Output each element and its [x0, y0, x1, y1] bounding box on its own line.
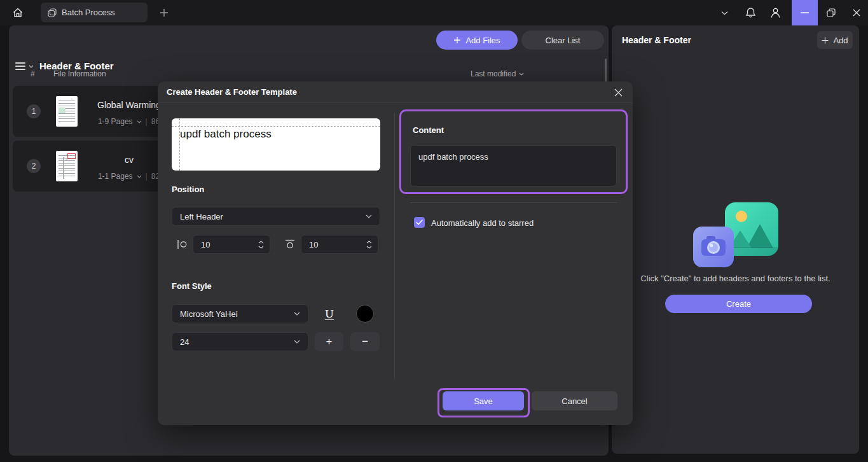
dialog-titlebar: Create Header & Footer Template: [158, 81, 633, 103]
sort-dropdown[interactable]: Last modified: [471, 69, 524, 78]
top-margin-stepper[interactable]: [301, 235, 378, 254]
chevron-down-icon: [519, 73, 524, 76]
minimize-icon: [801, 12, 809, 13]
add-template-button[interactable]: Add: [817, 31, 853, 49]
column-divider: [394, 113, 395, 379]
check-icon: [416, 220, 423, 225]
plus-glyph: +: [326, 335, 333, 348]
sort-label: Last modified: [471, 69, 516, 78]
user-icon: [770, 7, 781, 18]
save-label: Save: [474, 396, 493, 406]
template-preview: updf batch process: [172, 118, 380, 171]
titlebar-dropdown-button[interactable]: [712, 0, 738, 25]
column-header-file-info: File Information: [53, 69, 106, 78]
save-button[interactable]: Save: [443, 391, 524, 410]
close-window-button[interactable]: [843, 0, 868, 25]
font-style-label: Font Style: [172, 281, 212, 291]
font-size-select[interactable]: 24: [172, 332, 308, 351]
file-thumbnail: [56, 96, 78, 127]
notifications-button[interactable]: [738, 0, 764, 25]
chevron-down-icon: [721, 11, 728, 15]
font-size-value: 24: [180, 337, 189, 347]
panel-title: Header & Footer: [622, 35, 691, 45]
content-label: Content: [413, 125, 444, 135]
underline-button[interactable]: U: [318, 304, 341, 323]
position-select[interactable]: Left Header: [172, 207, 380, 226]
cancel-button[interactable]: Cancel: [532, 391, 617, 410]
top-margin-icon: [284, 239, 296, 250]
section-divider: [410, 202, 617, 203]
auto-add-starred-checkbox[interactable]: [414, 217, 425, 228]
preview-text: updf batch process: [180, 128, 272, 141]
position-value: Left Header: [180, 212, 223, 221]
new-tab-button[interactable]: [153, 0, 176, 25]
minimize-button[interactable]: [792, 0, 818, 25]
restore-icon: [827, 8, 836, 17]
plus-icon: [822, 37, 829, 44]
restore-button[interactable]: [818, 0, 844, 25]
column-header-index: #: [31, 69, 35, 78]
minus-glyph: −: [362, 335, 368, 348]
home-button[interactable]: [5, 0, 31, 25]
left-margin-icon: [177, 239, 188, 250]
font-color-swatch[interactable]: [356, 305, 374, 323]
titlebar: Batch Process: [0, 0, 868, 25]
chevron-down-icon: [137, 175, 142, 178]
add-files-label: Add Files: [465, 36, 500, 45]
chevron-down-icon: [366, 214, 372, 218]
decrease-size-button[interactable]: −: [350, 332, 380, 351]
clear-list-button[interactable]: Clear List: [521, 31, 604, 50]
row-index-badge: 2: [27, 159, 41, 173]
create-hint-text: Click "Create" to add headers and footer…: [612, 274, 859, 283]
left-margin-input[interactable]: [193, 240, 252, 249]
plus-icon: [160, 8, 169, 17]
create-button[interactable]: Create: [665, 295, 812, 313]
auto-add-starred-label: Automatically add to starred: [431, 218, 534, 228]
underline-glyph: U: [325, 307, 334, 320]
create-label: Create: [726, 299, 751, 309]
create-header-footer-dialog: Create Header & Footer Template updf bat…: [158, 81, 633, 425]
font-family-value: Microsoft YaHei: [180, 309, 238, 319]
add-template-label: Add: [833, 36, 848, 45]
chevron-down-icon: [137, 120, 142, 123]
meta-separator: |: [146, 172, 148, 181]
image-placeholder-icon: [691, 202, 781, 270]
hamburger-icon: [15, 62, 25, 70]
top-margin-guide: [172, 126, 380, 127]
page-range-dropdown[interactable]: 1-1 Pages: [98, 172, 133, 181]
chevron-down-icon: [294, 312, 300, 316]
stepper-arrows-icon[interactable]: [366, 241, 372, 249]
chevron-down-icon: [294, 340, 300, 344]
increase-size-button[interactable]: +: [315, 332, 343, 351]
dialog-title: Create Header & Footer Template: [167, 87, 297, 97]
bell-icon: [745, 7, 756, 18]
font-family-select[interactable]: Microsoft YaHei: [172, 304, 308, 323]
batch-process-icon: [48, 8, 57, 17]
clear-list-label: Clear List: [546, 36, 581, 45]
dialog-close-button[interactable]: [609, 83, 628, 101]
content-textarea[interactable]: updf batch process: [410, 145, 617, 186]
plus-icon: [453, 36, 461, 44]
close-icon: [614, 88, 623, 97]
page-range-dropdown[interactable]: 1-9 Pages: [98, 117, 133, 126]
app-window: Batch Process: [0, 0, 868, 462]
file-thumbnail: [56, 151, 78, 181]
cancel-label: Cancel: [561, 396, 587, 406]
home-icon: [12, 7, 24, 18]
tab-batch-process[interactable]: Batch Process: [41, 3, 148, 22]
left-margin-guide: [179, 118, 180, 171]
header-footer-panel: Header & Footer Add: [612, 25, 859, 454]
add-files-button[interactable]: Add Files: [436, 31, 518, 50]
row-index-badge: 1: [27, 104, 41, 118]
top-margin-input[interactable]: [301, 240, 360, 249]
position-label: Position: [172, 185, 204, 194]
stepper-arrows-icon[interactable]: [258, 241, 264, 249]
tab-label: Batch Process: [62, 8, 115, 17]
meta-separator: |: [146, 117, 148, 126]
close-icon: [853, 9, 860, 17]
chevron-down-icon: [29, 65, 34, 68]
account-button[interactable]: [762, 0, 789, 25]
left-margin-stepper[interactable]: [193, 235, 270, 254]
